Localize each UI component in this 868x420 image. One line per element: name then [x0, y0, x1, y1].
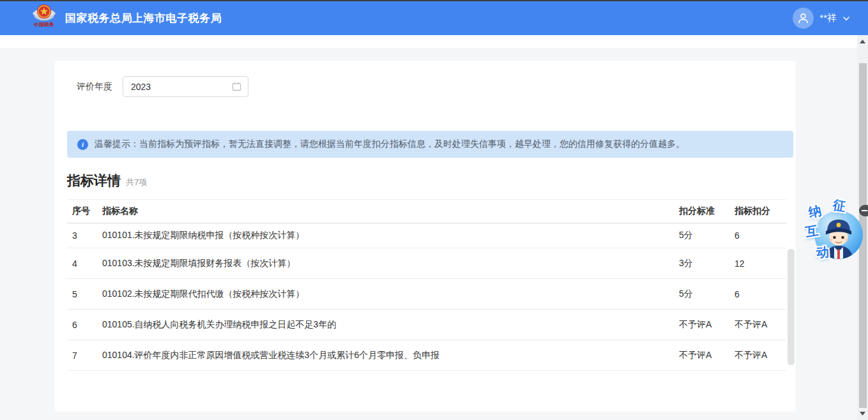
- cell-deduction: 不予评A: [735, 319, 786, 331]
- app-header: 中国税务 国家税务总局上海市电子税务局 **祥: [0, 1, 868, 35]
- user-menu[interactable]: **祥: [793, 1, 850, 35]
- cell-standard: 5分: [679, 230, 735, 241]
- notice-banner: i 温馨提示：当前指标为预评指标，暂无法直接调整，请您根据当前年度扣分指标信息，…: [67, 131, 793, 158]
- cell-standard: 不予评A: [679, 319, 735, 331]
- section-count: 共7项: [126, 177, 147, 188]
- widget-char-dong: 动: [816, 243, 829, 261]
- table-row: 3 010101.未按规定期限纳税申报（按税种按次计算） 5分 6: [67, 223, 786, 248]
- header-sub-strip: [0, 35, 868, 48]
- scrollbar-up-arrow[interactable]: [857, 36, 868, 47]
- cell-no: 4: [67, 259, 101, 269]
- section-title: 指标详情: [67, 172, 121, 190]
- col-header-deduction: 指标扣分: [735, 206, 786, 217]
- cell-no: 3: [67, 230, 101, 241]
- window-top-edge: [0, 0, 868, 1]
- scrollbar-down-arrow[interactable]: [857, 409, 868, 419]
- table-row: 7 010104.评价年度内非正常原因增值税或营业税连续3个月或累计6个月零申报…: [67, 340, 786, 371]
- calendar-icon[interactable]: [232, 82, 241, 91]
- cell-standard: 不予评A: [679, 350, 735, 361]
- widget-char-hu: 互: [804, 222, 819, 241]
- logo-caption: 中国税务: [34, 22, 54, 27]
- cell-deduction: 6: [735, 289, 786, 299]
- page-title: 国家税务总局上海市电子税务局: [65, 11, 222, 26]
- cell-name: 010104.评价年度内非正常原因增值税或营业税连续3个月或累计6个月零申报、负…: [101, 350, 679, 361]
- table-row: 5 010102.未按规定期限代扣代缴（按税种按次计算） 5分 6: [67, 279, 786, 310]
- cell-no: 6: [67, 320, 101, 330]
- cell-deduction: 6: [735, 230, 786, 241]
- tax-interaction-widget[interactable]: 纳 征 互 动: [802, 195, 868, 265]
- user-avatar[interactable]: [793, 8, 814, 29]
- notice-text: 温馨提示：当前指标为预评指标，暂无法直接调整，请您根据当前年度扣分指标信息，及时…: [95, 139, 685, 150]
- cell-deduction: 12: [735, 259, 786, 269]
- person-icon: [797, 12, 809, 24]
- year-picker-input[interactable]: 2023: [123, 76, 248, 97]
- section-header: 指标详情 共7项: [67, 172, 147, 190]
- table-body: 3 010101.未按规定期限纳税申报（按税种按次计算） 5分 6 4 0101…: [67, 223, 786, 371]
- collapse-dash-icon: [862, 210, 867, 211]
- cell-name: 010102.未按规定期限代扣代缴（按税种按次计算）: [101, 289, 679, 300]
- table-row: 6 010105.自纳税人向税务机关办理纳税申报之日起不足3年的 不予评A 不予…: [67, 310, 786, 340]
- user-name: **祥: [819, 12, 837, 24]
- filter-row: 评价年度 2023: [77, 76, 248, 97]
- cell-no: 7: [67, 350, 101, 361]
- table-row: 4 010103.未按规定期限填报财务报表（按次计算） 3分 12: [67, 248, 786, 279]
- col-header-no: 序号: [67, 206, 101, 217]
- year-label: 评价年度: [77, 81, 112, 93]
- national-emblem-icon: [31, 3, 57, 22]
- cell-no: 5: [67, 289, 101, 299]
- col-header-standard: 扣分标准: [679, 206, 735, 217]
- indicator-table: 序号 指标名称 扣分标准 指标扣分 3 010101.未按规定期限纳税申报（按税…: [67, 199, 786, 371]
- info-icon: i: [77, 139, 88, 150]
- cell-standard: 3分: [679, 258, 735, 269]
- cell-deduction: 不予评A: [735, 350, 786, 361]
- col-header-name: 指标名称: [101, 206, 679, 217]
- widget-collapse-handle[interactable]: [859, 205, 868, 216]
- year-value: 2023: [131, 82, 232, 92]
- content-card: 评价年度 2023 i 温馨提示：当前指标为预评指标，暂无法直接调整，请您根据当…: [54, 61, 796, 412]
- cell-standard: 5分: [679, 289, 735, 300]
- cell-name: 010101.未按规定期限纳税申报（按税种按次计算）: [101, 230, 679, 241]
- table-scrollbar-thumb[interactable]: [788, 249, 795, 365]
- chevron-down-icon[interactable]: [842, 15, 850, 22]
- tax-bureau-logo: 中国税务: [29, 3, 59, 34]
- table-header-row: 序号 指标名称 扣分标准 指标扣分: [67, 199, 786, 223]
- widget-char-na: 纳: [807, 202, 823, 221]
- widget-char-zheng: 征: [832, 197, 847, 216]
- cell-name: 010103.未按规定期限填报财务报表（按次计算）: [101, 258, 679, 269]
- cell-name: 010105.自纳税人向税务机关办理纳税申报之日起不足3年的: [101, 319, 679, 331]
